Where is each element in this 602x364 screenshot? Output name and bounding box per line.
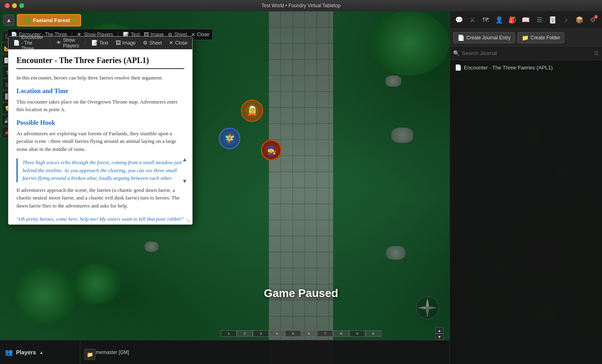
audio-icon-button[interactable]: ♪: [560, 14, 572, 26]
rock-4: [391, 128, 413, 143]
scene-active-indicator: [72, 18, 75, 22]
jp-show-players-button[interactable]: 👁 Show Players: [55, 37, 81, 49]
scale-cell-3: 3: [253, 330, 269, 337]
jp-sheet-tab[interactable]: ⚙ Sheet: [141, 39, 163, 47]
jp-divider-2: |: [85, 41, 86, 45]
journal-resize-handle[interactable]: ⤡: [186, 217, 191, 224]
settings-icon-button[interactable]: ⚙: [587, 14, 599, 26]
journal-quote2: "Oh pretty heroes, come here, help me! M…: [16, 215, 184, 224]
journal-add-icon: 📄: [458, 35, 464, 41]
svg-point-5: [426, 306, 429, 309]
nav-arrow-down[interactable]: ▼: [435, 333, 443, 340]
close-button[interactable]: ✕ Close: [191, 32, 209, 38]
nav-arrows: ▲ ▼: [435, 327, 443, 340]
jp-text-icon: 📝: [92, 40, 98, 46]
tree-8: [12, 268, 76, 324]
journal-section2-title: Possible Hook: [16, 119, 184, 126]
window-title: Test World • Foundry Virtual Tabletop: [262, 3, 341, 8]
scenes-icon-button[interactable]: 🗺: [480, 14, 492, 26]
chat-icon-button[interactable]: 💬: [453, 14, 465, 26]
scale-cell-9: 9: [349, 330, 365, 337]
scale-cell-2: 2: [237, 330, 253, 337]
svg-text:N: N: [426, 301, 428, 303]
right-panel-icons: 💬 ⚔ 🗺 👤 🎒 📖 ☰ 🃏 ♪ 📦 ⚙: [450, 11, 602, 29]
journal-section2-body: As adventurers are exploring vast forest…: [16, 130, 184, 153]
players-icon: 👥: [5, 348, 13, 356]
scale-cell-8: 8: [333, 330, 349, 337]
journal-item-icon: 📄: [455, 64, 462, 71]
bottom-bar: 👥 Players ▲ Gamemaster [GM] 📁: [0, 340, 449, 364]
jp-text-tab[interactable]: 📝 Text: [90, 39, 110, 47]
journal-item-label: Encounter - The Three Faeries (APL1): [464, 65, 553, 71]
jp-image-tab[interactable]: 🖼 Image: [114, 39, 137, 47]
close-window-button[interactable]: [5, 3, 10, 8]
search-input[interactable]: [462, 50, 592, 56]
maximize-window-button[interactable]: [19, 3, 24, 8]
items-icon-button[interactable]: 🎒: [506, 14, 518, 26]
journal-section3-body: If adventurers approach the scene, the f…: [16, 186, 184, 210]
create-journal-entry-button[interactable]: 📄 Create Journal Entry: [453, 32, 515, 43]
jp-doc-icon: 📄: [13, 40, 20, 46]
rock-5: [144, 242, 159, 252]
combat-icon-button[interactable]: ⚔: [466, 14, 478, 26]
game-paused-label: Game Paused: [264, 287, 338, 300]
cards-icon-button[interactable]: 🃏: [547, 14, 559, 26]
token-1-hp: [242, 122, 256, 122]
token-3[interactable]: 🧙: [261, 140, 282, 161]
journal-section1-title: Location and Time: [16, 87, 184, 95]
titlebar: Test World • Foundry Virtual Tabletop: [0, 0, 602, 11]
journal-icon-button[interactable]: 📖: [520, 14, 532, 26]
jp-image-icon: 🖼: [116, 40, 121, 46]
compass: N: [415, 296, 439, 320]
rock-6: [386, 246, 405, 260]
token-2[interactable]: 🧚: [219, 128, 240, 149]
players-caret-icon: ▲: [39, 350, 44, 355]
journal-title: Encounter - The Three Faeries (APL1): [16, 56, 184, 69]
nav-up-button[interactable]: ▲: [3, 14, 14, 26]
scale-bar: 1 2 3 4 5 6 7 8 9 0: [221, 330, 381, 337]
token-1[interactable]: 🧝: [241, 100, 263, 122]
window-controls: [5, 3, 24, 8]
scene-icon: 🌿: [22, 16, 31, 24]
players-label[interactable]: Players: [16, 349, 36, 356]
actors-icon-button[interactable]: 👤: [493, 14, 505, 26]
journal-popup: 📄 Encounter - The Three | 👁 Show Players…: [8, 36, 193, 225]
search-icon: 🔍: [453, 50, 460, 56]
scene-name-label: Faeland Forest: [33, 17, 70, 23]
right-panel: 💬 ⚔ 🗺 👤 🎒 📖 ☰ 🃏 ♪ 📦 ⚙ 📄 Create Journal E…: [449, 11, 602, 364]
journal-popup-content[interactable]: Encounter - The Three Faeries (APL1) In …: [8, 49, 192, 224]
journal-intro: In this encounter, heroes can help three…: [16, 74, 184, 82]
right-panel-actions: 📄 Create Journal Entry 📁 Create Folder: [450, 29, 602, 47]
stone-path: [269, 11, 333, 364]
scale-cell-0: 0: [365, 330, 381, 337]
jp-close-button[interactable]: ✕ Close: [167, 39, 189, 47]
blockquote-arrow-down[interactable]: ▼: [182, 177, 187, 185]
nav-arrow-up[interactable]: ▲: [435, 327, 443, 333]
tables-icon-button[interactable]: ☰: [533, 14, 545, 26]
journal-section1-body: This encounter takes place on the Overgr…: [16, 98, 184, 114]
compendium-icon-button[interactable]: 📦: [574, 14, 585, 26]
journal-popup-toolbar: 📄 Encounter - The Three | 👁 Show Players…: [8, 37, 192, 49]
jp-sheet-icon: ⚙: [143, 40, 148, 46]
blockquote-text: Three high voices echo through the fores…: [22, 159, 182, 181]
journal-blockquote: Three high voices echo through the fores…: [16, 159, 184, 182]
scale-cell-5: 5: [285, 330, 301, 337]
journal-list-item[interactable]: 📄 Encounter - The Three Faeries (APL1): [450, 62, 602, 73]
folder-add-icon: 📁: [522, 35, 529, 41]
tree-9: [72, 264, 120, 304]
folder-button[interactable]: 📁: [84, 349, 96, 360]
journal-search-bar: 🔍 ☰: [450, 47, 602, 60]
list-icon[interactable]: ☰: [594, 50, 599, 56]
scale-cell-6: 6: [301, 330, 317, 337]
scene-name-button[interactable]: 🌿 Faeland Forest: [17, 14, 81, 26]
blockquote-arrow-up[interactable]: ▲: [182, 155, 187, 164]
create-folder-button[interactable]: 📁 Create Folder: [517, 32, 564, 43]
minimize-window-button[interactable]: [12, 3, 17, 8]
scale-cell-7: 7: [317, 330, 333, 337]
scale-cell-1: 1: [221, 330, 237, 337]
journal-list: 📄 Encounter - The Three Faeries (APL1): [450, 60, 602, 364]
token-3-hp: [262, 160, 273, 161]
jp-eye-icon: 👁: [56, 40, 61, 46]
token-2-hp: [220, 149, 236, 149]
scale-cell-4: 4: [269, 330, 285, 337]
